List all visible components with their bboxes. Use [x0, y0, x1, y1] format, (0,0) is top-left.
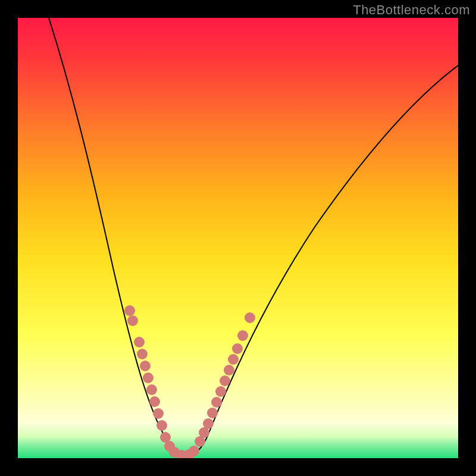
svg-point-23 [220, 375, 230, 386]
svg-point-25 [228, 354, 239, 365]
svg-point-1 [124, 305, 135, 316]
svg-point-10 [156, 420, 167, 431]
svg-point-6 [143, 372, 154, 383]
svg-point-27 [237, 330, 248, 341]
highlight-markers [124, 305, 255, 458]
chart-frame: TheBottleneck.com [0, 0, 476, 476]
svg-point-16 [189, 446, 199, 456]
svg-point-22 [215, 386, 226, 397]
svg-point-3 [134, 337, 145, 347]
svg-point-19 [203, 418, 214, 429]
bottleneck-curve [18, 18, 458, 458]
svg-point-4 [137, 349, 148, 359]
plot-area [18, 18, 458, 458]
svg-point-21 [211, 397, 222, 408]
svg-point-28 [245, 312, 255, 323]
svg-point-9 [153, 408, 164, 419]
svg-point-26 [232, 343, 243, 354]
watermark-text: TheBottleneck.com [353, 2, 470, 18]
svg-point-8 [149, 396, 160, 407]
svg-point-24 [224, 365, 234, 375]
svg-point-7 [146, 384, 157, 395]
svg-point-5 [140, 361, 151, 371]
svg-point-2 [127, 315, 138, 326]
curve-path [49, 18, 458, 455]
svg-point-20 [207, 408, 218, 418]
